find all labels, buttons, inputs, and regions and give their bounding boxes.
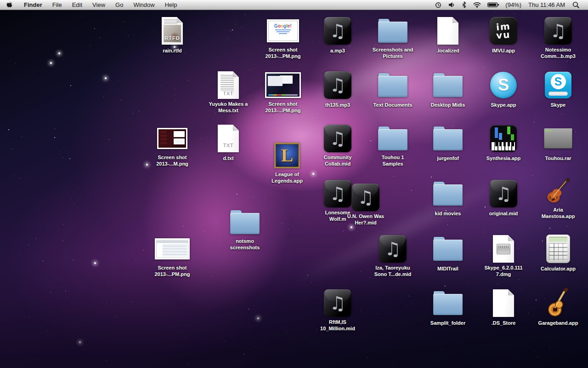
desktop-icon-samplit-folder[interactable]: Samplit_folder	[420, 288, 475, 327]
apple-icon	[6, 1, 12, 8]
icon-label: d.txt	[223, 155, 233, 161]
calculator-keys	[549, 243, 567, 260]
wifi-icon[interactable]	[473, 2, 481, 8]
desktop-icon-kid-movies-folder[interactable]: kid movies	[420, 178, 475, 217]
desktop-icon-league-of-legends-app[interactable]: LLeague of Legends.app	[260, 140, 315, 184]
desktop-icon-miditrail-folder[interactable]: MIDITrail	[420, 234, 475, 272]
folder-icon	[433, 184, 463, 206]
desktop-icon-screenshots-and-pictures-folder[interactable]: Screenshots and Pictures	[365, 16, 420, 60]
desktop-icon-skype-dmg[interactable]: Skype_6.2.0.111 7.dmg	[476, 234, 531, 278]
icon-label: original.mid	[489, 210, 518, 217]
desktop-icon-ds-store-file[interactable]: .DS_Store	[476, 288, 531, 327]
desktop-icon-notsmo-screenshots-folder[interactable]: notsmo screenshots	[217, 207, 272, 251]
menu-finder[interactable]: Finder	[19, 1, 47, 8]
desktop-icon-th135-mp3[interactable]: ♫th135.mp3	[310, 70, 365, 109]
menu-go[interactable]: Go	[110, 1, 128, 8]
desktop-icon-skype-volume[interactable]: SSkype	[531, 70, 586, 109]
calculator-icon	[546, 235, 570, 263]
desktop-icon-jurgenfof-folder[interactable]: jurgenfof	[420, 123, 475, 162]
battery-percent: (94%)	[505, 1, 521, 8]
disk-image-icon	[493, 235, 514, 263]
folder-icon	[433, 240, 463, 261]
icon-label: Screenshots and Pictures	[373, 46, 413, 59]
menu-edit[interactable]: Edit	[67, 1, 87, 8]
desktop-icon-desktop-midis-folder[interactable]: Desktop Midis	[420, 70, 475, 109]
icon-label: jurgenfof	[437, 155, 459, 161]
rtfd-document-icon: RTFD	[162, 17, 183, 45]
executable-archive-icon: exec	[544, 128, 572, 149]
desktop-icon-screenshot-window-png[interactable]: Screen shot 2013-...PM.png	[145, 234, 200, 278]
desktop-icon-aria-maestosa-app[interactable]: Aria Maestosa.app	[531, 176, 586, 220]
desktop-icon-garageband-app[interactable]: Garageband.app	[531, 288, 586, 327]
icon-label: RftM,IS 10_Million.mid	[320, 319, 355, 332]
music-file-icon: ♫	[352, 184, 379, 211]
music-file-icon: ♫	[544, 17, 572, 45]
desktop-icon-screenshot-desktop-png[interactable]: Screen shot 2013-...PM.png	[255, 70, 311, 114]
skype-volume-icon: S	[545, 72, 571, 98]
icon-label: kid movies	[435, 210, 461, 217]
volume-icon[interactable]	[448, 2, 455, 8]
synthesia-app-icon	[490, 125, 517, 152]
menu-file[interactable]: File	[47, 1, 67, 8]
screenshot-thumbnail-icon: Google!	[267, 19, 299, 42]
menu-view[interactable]: View	[87, 1, 110, 8]
spotlight-icon[interactable]	[572, 1, 579, 8]
imvu-app-icon: imvu	[490, 17, 517, 45]
desktop-icon-calculator-app[interactable]: Calculator.app	[531, 234, 586, 272]
desktop-icon-synthesia-app[interactable]: Synthesia.app	[476, 123, 531, 162]
music-file-icon: ♫	[324, 289, 351, 317]
folder-icon	[433, 294, 463, 315]
blank-document-icon	[493, 289, 514, 317]
menu-clock[interactable]: Thu 11:46 AM	[528, 1, 565, 8]
desktop-icon-d-txt[interactable]: TXTd.txt	[201, 123, 256, 162]
desktop-icon-rftm-is-10-million-mid[interactable]: ♫RftM,IS 10_Million.mid	[310, 288, 365, 332]
desktop-icon-rain-rtfd[interactable]: RTFDrain.rtfd	[145, 16, 200, 54]
desktop-icon-community-collab-mid[interactable]: ♫Community Collab.mid	[310, 123, 365, 167]
desktop-icon-notessimo-mp3[interactable]: ♫Notessimo Comm...b.mp3	[531, 16, 586, 60]
menu-help[interactable]: Help	[160, 1, 182, 8]
desktop-icon-a-mp3[interactable]: ♫a.mp3	[310, 16, 365, 54]
menu-items: FinderFileEditViewGoWindowHelp	[19, 1, 182, 8]
desktop-icon-screenshot-m-png[interactable]: Screen shot 2013-...M.png	[145, 123, 200, 167]
desktop-icon-imvu-app[interactable]: imvuIMVU.app	[476, 16, 531, 54]
drive-slot	[548, 92, 568, 96]
battery-icon[interactable]	[487, 2, 499, 8]
icon-label: Skype.app	[491, 102, 516, 108]
desktop-icon-touhou-rar[interactable]: execTouhou.rar	[531, 123, 586, 162]
folder-icon	[378, 22, 407, 43]
desktop-icon-yuyuko-txt[interactable]: TXTYuyuko Makes a Mess.txt	[201, 70, 256, 114]
desktop-icon-touhou-1-samples-folder[interactable]: Touhou 1 Samples	[365, 123, 420, 167]
piano-keys	[492, 142, 515, 150]
music-file-icon: ♫	[379, 235, 407, 263]
league-of-legends-icon: L	[274, 143, 300, 168]
guitar-icon	[543, 288, 573, 318]
icon-label: Touhou 1 Samples	[382, 154, 404, 167]
icon-label: Synthesia.app	[486, 155, 521, 161]
time-machine-icon[interactable]	[435, 1, 442, 9]
icon-label: Skype	[551, 102, 565, 108]
music-file-icon: ♫	[324, 125, 351, 152]
drive-graphic	[497, 244, 510, 254]
icon-label: .DS_Store	[492, 320, 516, 326]
desktop-icon-skype-app[interactable]: SSkype.app	[476, 70, 531, 109]
menu-window[interactable]: Window	[128, 1, 159, 8]
icon-label: Screen shot 2013-...PM.png	[154, 264, 190, 277]
music-file-icon: ♫	[490, 180, 517, 207]
desktop-icon-original-mid[interactable]: ♫original.mid	[476, 178, 531, 217]
icon-label: Yuyuko Makes a Mess.txt	[209, 101, 248, 114]
apple-menu[interactable]	[6, 1, 12, 8]
desktop-icon-un-owen-was-her-mid[interactable]: ♫U.N. Owen Was Her?.mid	[338, 182, 393, 226]
icon-label: a.mp3	[330, 47, 345, 54]
music-file-icon: ♫	[324, 17, 351, 45]
desktop-icon-text-documents-folder[interactable]: Text Documents	[365, 70, 420, 109]
desktop-icon-iza-taoreyuku-mid[interactable]: ♫Iza, Taoreyuku Sono T...de.mid	[365, 234, 420, 278]
bluetooth-icon[interactable]	[462, 1, 467, 8]
calculator-lcd	[549, 237, 567, 242]
icon-label: Text Documents	[373, 102, 413, 108]
menu-bar: FinderFileEditViewGoWindowHelp	[0, 0, 588, 10]
screenshot-thumbnail-icon	[265, 72, 301, 98]
icon-label: Screen shot 2013-...PM.png	[265, 46, 300, 59]
desktop-icon-localized-file[interactable]: .localized	[420, 16, 475, 54]
desktop-icon-screenshot-google-png[interactable]: Google!Screen shot 2013-...PM.png	[255, 16, 311, 60]
icon-label: Screen shot 2013-...PM.png	[265, 101, 300, 114]
